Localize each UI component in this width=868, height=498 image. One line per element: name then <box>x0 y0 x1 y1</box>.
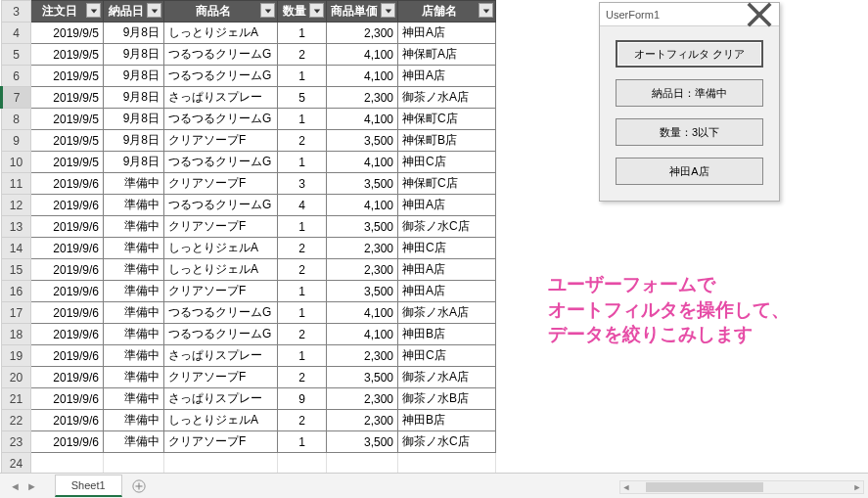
cell-order_date[interactable]: 2019/9/6 <box>31 238 104 259</box>
empty-cell[interactable] <box>398 453 496 475</box>
filter-dropdown-icon[interactable] <box>260 3 275 18</box>
cell-product[interactable]: つるつるクリームG <box>164 302 278 324</box>
filter-dropdown-icon[interactable] <box>479 3 493 18</box>
row-header[interactable]: 15 <box>2 259 31 281</box>
empty-cell[interactable] <box>164 453 278 475</box>
row-header[interactable]: 12 <box>2 195 31 216</box>
cell-qty[interactable]: 2 <box>278 130 327 152</box>
cell-store[interactable]: 御茶ノ水A店 <box>398 87 496 109</box>
tab-prev-icon[interactable]: ◄ <box>10 480 21 492</box>
scroll-right-icon[interactable]: ► <box>851 482 863 492</box>
cell-unit_price[interactable]: 3,500 <box>327 281 398 302</box>
cell-store[interactable]: 神保町A店 <box>398 44 496 66</box>
cell-store[interactable]: 神田B店 <box>398 324 496 345</box>
row-header[interactable]: 17 <box>2 302 31 324</box>
filter-store-button[interactable]: 神田A店 <box>616 158 763 185</box>
row-header[interactable]: 9 <box>2 130 31 152</box>
cell-delivery[interactable]: 準備中 <box>104 173 164 195</box>
cell-qty[interactable]: 1 <box>278 302 327 324</box>
cell-product[interactable]: つるつるクリームG <box>164 66 278 87</box>
row-header[interactable]: 3 <box>2 1 31 23</box>
cell-product[interactable]: しっとりジェルA <box>164 238 278 259</box>
cell-product[interactable]: つるつるクリームG <box>164 195 278 216</box>
cell-product[interactable]: つるつるクリームG <box>164 324 278 345</box>
cell-delivery[interactable]: 9月8日 <box>104 23 164 44</box>
row-header[interactable]: 6 <box>2 66 31 87</box>
cell-unit_price[interactable]: 3,500 <box>327 216 398 238</box>
cell-product[interactable]: つるつるクリームG <box>164 152 278 173</box>
cell-qty[interactable]: 1 <box>278 431 327 453</box>
cell-order_date[interactable]: 2019/9/5 <box>31 87 104 109</box>
autofilter-clear-button[interactable]: オートフィルタ クリア <box>616 40 763 68</box>
cell-product[interactable]: クリアソープF <box>164 431 278 453</box>
cell-order_date[interactable]: 2019/9/5 <box>31 109 104 130</box>
cell-order_date[interactable]: 2019/9/6 <box>31 345 104 367</box>
row-header[interactable]: 16 <box>2 281 31 302</box>
column-header-product[interactable]: 商品名 <box>164 1 278 23</box>
cell-order_date[interactable]: 2019/9/6 <box>31 431 104 453</box>
cell-delivery[interactable]: 準備中 <box>104 388 164 410</box>
cell-unit_price[interactable]: 4,100 <box>327 302 398 324</box>
close-icon[interactable] <box>746 5 773 24</box>
row-header[interactable]: 7 <box>2 87 31 109</box>
row-header[interactable]: 20 <box>2 367 31 388</box>
cell-unit_price[interactable]: 4,100 <box>327 66 398 87</box>
filter-delivery-button[interactable]: 納品日：準備中 <box>616 79 763 107</box>
row-header[interactable]: 19 <box>2 345 31 367</box>
horizontal-scrollbar[interactable]: ◄ ► <box>619 480 864 494</box>
cell-unit_price[interactable]: 3,500 <box>327 130 398 152</box>
empty-cell[interactable] <box>327 453 398 475</box>
row-header[interactable]: 18 <box>2 324 31 345</box>
filter-dropdown-icon[interactable] <box>147 3 161 18</box>
cell-product[interactable]: しっとりジェルA <box>164 23 278 44</box>
cell-store[interactable]: 御茶ノ水C店 <box>398 216 496 238</box>
filter-dropdown-icon[interactable] <box>381 3 395 18</box>
tab-next-icon[interactable]: ► <box>26 480 37 492</box>
column-header-delivery[interactable]: 納品日 <box>104 1 164 23</box>
filter-dropdown-icon[interactable] <box>309 3 324 18</box>
cell-delivery[interactable]: 準備中 <box>104 410 164 431</box>
cell-delivery[interactable]: 準備中 <box>104 302 164 324</box>
cell-delivery[interactable]: 準備中 <box>104 281 164 302</box>
cell-delivery[interactable]: 準備中 <box>104 216 164 238</box>
cell-store[interactable]: 神田A店 <box>398 195 496 216</box>
cell-product[interactable]: しっとりジェルA <box>164 410 278 431</box>
cell-qty[interactable]: 1 <box>278 109 327 130</box>
cell-store[interactable]: 神保町B店 <box>398 130 496 152</box>
cell-unit_price[interactable]: 4,100 <box>327 152 398 173</box>
column-header-order_date[interactable]: 注文日 <box>31 1 104 23</box>
cell-delivery[interactable]: 9月8日 <box>104 87 164 109</box>
cell-order_date[interactable]: 2019/9/6 <box>31 216 104 238</box>
data-table[interactable]: 3注文日納品日商品名数量商品単価店舗名42019/9/59月8日しっとりジェルA… <box>0 0 496 496</box>
sheet-tab-active[interactable]: Sheet1 <box>55 475 122 497</box>
cell-order_date[interactable]: 2019/9/5 <box>31 23 104 44</box>
row-header[interactable]: 4 <box>2 23 31 44</box>
row-header[interactable]: 11 <box>2 173 31 195</box>
scroll-left-icon[interactable]: ◄ <box>620 482 632 492</box>
cell-unit_price[interactable]: 3,500 <box>327 431 398 453</box>
cell-delivery[interactable]: 準備中 <box>104 431 164 453</box>
column-header-qty[interactable]: 数量 <box>278 1 327 23</box>
row-header[interactable]: 14 <box>2 238 31 259</box>
cell-store[interactable]: 神保町C店 <box>398 173 496 195</box>
cell-delivery[interactable]: 9月8日 <box>104 44 164 66</box>
cell-delivery[interactable]: 準備中 <box>104 345 164 367</box>
cell-unit_price[interactable]: 4,100 <box>327 195 398 216</box>
cell-qty[interactable]: 1 <box>278 152 327 173</box>
add-sheet-button[interactable] <box>128 475 150 497</box>
cell-qty[interactable]: 3 <box>278 173 327 195</box>
empty-cell[interactable] <box>278 453 327 475</box>
cell-qty[interactable]: 1 <box>278 216 327 238</box>
cell-order_date[interactable]: 2019/9/5 <box>31 130 104 152</box>
cell-order_date[interactable]: 2019/9/6 <box>31 367 104 388</box>
cell-qty[interactable]: 2 <box>278 410 327 431</box>
cell-store[interactable]: 御茶ノ水B店 <box>398 388 496 410</box>
cell-order_date[interactable]: 2019/9/5 <box>31 44 104 66</box>
cell-product[interactable]: クリアソープF <box>164 281 278 302</box>
cell-qty[interactable]: 2 <box>278 259 327 281</box>
filter-qty-button[interactable]: 数量：3以下 <box>616 118 763 146</box>
cell-unit_price[interactable]: 2,300 <box>327 87 398 109</box>
cell-product[interactable]: クリアソープF <box>164 173 278 195</box>
cell-store[interactable]: 神田A店 <box>398 66 496 87</box>
cell-product[interactable]: さっぱりスプレー <box>164 345 278 367</box>
